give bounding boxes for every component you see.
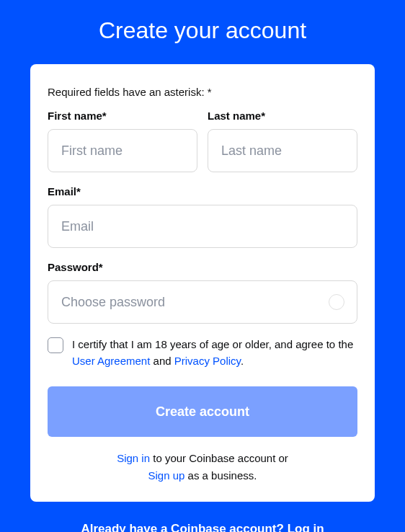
last-name-label: Last name* xyxy=(208,110,357,122)
signup-card: Required fields have an asterisk: * Firs… xyxy=(30,64,375,502)
password-strength-icon xyxy=(329,294,344,310)
first-name-label: First name* xyxy=(48,110,197,122)
sign-in-suffix: to your Coinbase account or xyxy=(150,452,288,464)
consent-suffix: . xyxy=(241,355,244,367)
first-name-field: First name* xyxy=(48,110,197,172)
email-field: Email* xyxy=(48,185,357,248)
last-name-field: Last name* xyxy=(208,110,357,172)
footer: Already have a Coinbase account? Log in xyxy=(81,522,324,532)
last-name-input[interactable] xyxy=(208,129,357,172)
consent-text: I certify that I am 18 years of age or o… xyxy=(72,337,357,369)
create-account-button[interactable]: Create account xyxy=(48,386,357,437)
password-input[interactable] xyxy=(48,280,357,324)
sign-up-suffix: as a business. xyxy=(184,469,257,482)
page-title: Create your account xyxy=(99,17,306,44)
name-row: First name* Last name* xyxy=(48,110,357,172)
privacy-policy-link[interactable]: Privacy Policy xyxy=(174,355,241,367)
consent-checkbox[interactable] xyxy=(48,337,63,353)
email-label: Email* xyxy=(48,185,357,198)
password-wrapper xyxy=(48,280,357,324)
footer-prefix: Already have a Coinbase account? xyxy=(81,522,287,532)
consent-prefix: I certify that I am 18 years of age or o… xyxy=(72,338,353,350)
required-note: Required fields have an asterisk: * xyxy=(48,86,357,98)
password-label: Password* xyxy=(48,261,357,273)
sign-in-link[interactable]: Sign in xyxy=(117,452,150,464)
user-agreement-link[interactable]: User Agreement xyxy=(72,355,150,367)
alt-actions: Sign in to your Coinbase account or Sign… xyxy=(48,450,357,484)
consent-and: and xyxy=(150,355,174,367)
consent-row: I certify that I am 18 years of age or o… xyxy=(48,337,357,369)
email-input[interactable] xyxy=(48,205,357,248)
login-link[interactable]: Log in xyxy=(288,522,324,532)
sign-up-business-link[interactable]: Sign up xyxy=(148,469,185,482)
password-field: Password* xyxy=(48,261,357,324)
first-name-input[interactable] xyxy=(48,129,197,172)
